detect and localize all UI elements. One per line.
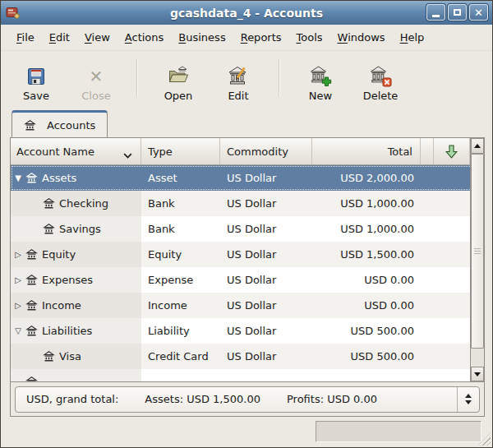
account-name: Liabilities: [42, 325, 92, 337]
account-name-cell: ▷ Equity: [11, 242, 141, 267]
bank-icon: [24, 119, 36, 132]
column-header-spacer: [421, 138, 434, 165]
account-type: Equity: [141, 242, 220, 267]
menu-actions[interactable]: Actions: [117, 27, 172, 48]
table-row[interactable]: [11, 369, 484, 381]
account-commodity: US Dollar: [220, 267, 312, 293]
window-title: gcashdata_4 - Accounts: [1, 7, 492, 20]
account-name: Assets: [42, 172, 76, 184]
menu-view[interactable]: View: [77, 27, 117, 48]
arrow-cell: [434, 344, 470, 369]
new-account-button[interactable]: New: [293, 53, 348, 104]
accounts-table: Account Name Type Commodity Total: [11, 138, 484, 381]
scrollbar-grip: [474, 248, 481, 255]
expander-icon[interactable]: ▷: [11, 250, 25, 259]
account-name-cell: Savings: [11, 216, 141, 242]
arrow-cell: [434, 293, 470, 318]
gap-cell: [421, 216, 434, 242]
account-commodity: US Dollar: [220, 318, 312, 344]
account-commodity: US Dollar: [220, 293, 312, 318]
close-tab-button[interactable]: ✕ Close: [69, 53, 123, 104]
menu-tools[interactable]: Tools: [289, 27, 330, 48]
table-row[interactable]: ▽ Liabilities Liability US Dollar USD 50…: [11, 318, 484, 344]
account-total: [312, 369, 421, 381]
save-label: Save: [23, 90, 49, 102]
table-row[interactable]: ▷ Expenses Expense US Dollar USD 0.00: [11, 267, 484, 293]
column-header-account-name[interactable]: Account Name: [11, 138, 141, 165]
summary-spinner[interactable]: [457, 387, 479, 412]
table-row[interactable]: Checking Bank US Dollar USD 1,000.00: [11, 191, 484, 216]
vertical-scrollbar[interactable]: [470, 138, 484, 381]
scroll-down-button[interactable]: [471, 367, 484, 381]
arrow-cell: [434, 318, 470, 344]
account-commodity: US Dollar: [220, 216, 312, 242]
account-type: Credit Card: [141, 344, 220, 369]
expander-icon[interactable]: ▷: [11, 301, 25, 310]
account-name-cell: ▽ Liabilities: [11, 318, 141, 344]
maximize-button[interactable]: [448, 4, 467, 21]
account-name-cell: ▼ Assets: [11, 165, 141, 191]
column-header-type[interactable]: Type: [141, 138, 220, 165]
account-commodity: US Dollar: [220, 344, 312, 369]
accounts-page: Account Name Type Commodity Total: [10, 137, 485, 417]
menu-reports[interactable]: Reports: [233, 27, 289, 48]
account-type: Bank: [141, 191, 220, 216]
delete-account-icon: [369, 64, 392, 87]
table-body: ▼ Assets Asset US Dollar USD 2,000.00: [11, 165, 484, 381]
column-header-commodity[interactable]: Commodity: [220, 138, 312, 165]
arrow-cell: [434, 216, 470, 242]
account-total: USD 500.00: [312, 318, 421, 344]
menu-help[interactable]: Help: [393, 27, 432, 48]
expander-icon[interactable]: ▽: [11, 326, 25, 335]
save-button[interactable]: Save: [9, 53, 63, 104]
menu-edit[interactable]: Edit: [42, 27, 77, 48]
minimize-button[interactable]: [426, 4, 445, 21]
edit-label: Edit: [228, 90, 248, 102]
green-down-arrow-icon: [445, 145, 458, 159]
account-type: Expense: [141, 267, 220, 293]
menu-business[interactable]: Business: [171, 27, 233, 48]
column-header-total[interactable]: Total: [312, 138, 421, 165]
new-account-icon: [309, 64, 332, 87]
account-commodity: US Dollar: [220, 242, 312, 267]
save-icon: [25, 64, 47, 87]
close-button[interactable]: ✕: [469, 4, 488, 21]
delete-account-button[interactable]: Delete: [353, 53, 408, 104]
delete-label: Delete: [363, 90, 399, 102]
gap-cell: [421, 267, 434, 293]
bank-icon: [25, 299, 38, 312]
bank-icon: [25, 172, 38, 184]
toolbar-separator: [279, 59, 280, 97]
table-row[interactable]: ▼ Assets Asset US Dollar USD 2,000.00: [11, 165, 484, 191]
open-account-button[interactable]: Open: [151, 53, 205, 104]
expander-icon[interactable]: ▷: [11, 275, 25, 284]
column-options-button[interactable]: [434, 138, 470, 165]
bank-icon: [25, 274, 38, 286]
arrow-cell: [434, 191, 470, 216]
edit-account-button[interactable]: Edit: [211, 53, 265, 104]
toolbar: Save ✕ Close Open: [1, 50, 492, 105]
bank-icon: [43, 197, 55, 210]
sort-descending-icon: [123, 149, 132, 161]
summary-region: USD, grand total: Assets: USD 1,500.00 P…: [11, 381, 484, 416]
expander-icon[interactable]: ▼: [11, 173, 25, 182]
titlebar[interactable]: gcashdata_4 - Accounts ✕: [1, 1, 492, 25]
summary-bar[interactable]: USD, grand total: Assets: USD 1,500.00 P…: [15, 386, 480, 413]
scroll-up-button[interactable]: [471, 138, 484, 154]
account-total: USD 1,000.00: [312, 191, 421, 216]
table-row[interactable]: Savings Bank US Dollar USD 1,000.00: [11, 216, 484, 242]
account-total: USD 0.00: [312, 267, 421, 293]
account-type: Asset: [141, 165, 220, 191]
menu-windows[interactable]: Windows: [330, 27, 393, 48]
minimize-icon: [432, 15, 440, 17]
table-row[interactable]: Visa Credit Card US Dollar USD 500.00: [11, 344, 484, 369]
gap-cell: [421, 293, 434, 318]
menu-file[interactable]: File: [9, 27, 42, 48]
table-row[interactable]: ▷ Equity Equity US Dollar USD 1,500.00: [11, 242, 484, 267]
account-total: USD 500.00: [312, 344, 421, 369]
scrollbar-thumb[interactable]: [471, 154, 484, 349]
gap-cell: [421, 369, 434, 381]
grand-total-label: USD, grand total:: [26, 393, 118, 405]
tab-accounts[interactable]: Accounts: [12, 110, 108, 137]
table-row[interactable]: ▷ Income Income US Dollar USD 0.00: [11, 293, 484, 318]
